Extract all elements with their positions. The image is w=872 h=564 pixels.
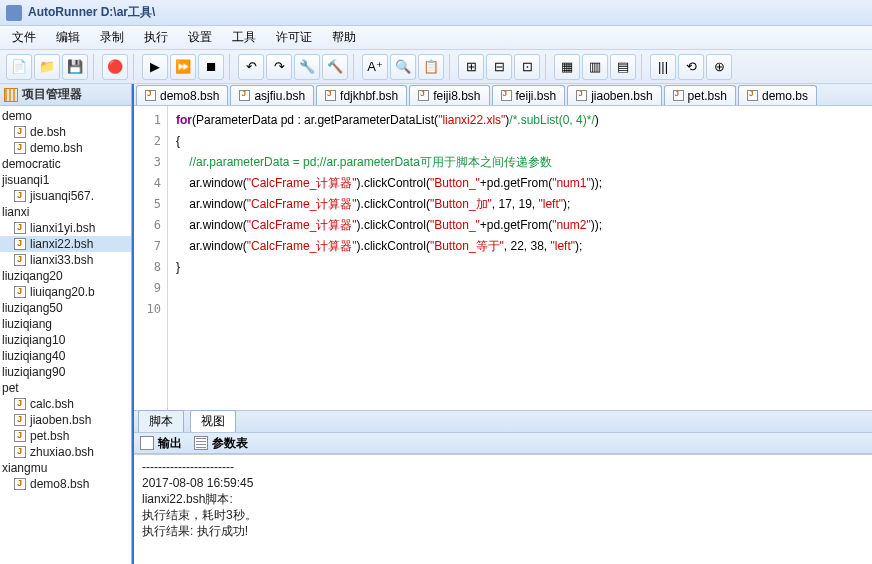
editor-tab-3[interactable]: feiji8.bsh [409, 85, 489, 105]
tree-item-17[interactable]: pet [0, 380, 131, 396]
file-icon [14, 238, 26, 250]
tree-item-13[interactable]: liuziqiang [0, 316, 131, 332]
tree-item-22[interactable]: xiangmu [0, 460, 131, 476]
editor-tab-5[interactable]: jiaoben.bsh [567, 85, 661, 105]
tree-label: liuziqiang [2, 317, 52, 331]
menu-7[interactable]: 帮助 [324, 27, 364, 48]
file-icon [747, 90, 758, 101]
editor-tab-2[interactable]: fdjkhbf.bsh [316, 85, 407, 105]
editor-bottom-tabs: 脚本 视图 [134, 410, 872, 432]
toolbar-btn-12[interactable]: 🔧 [294, 54, 320, 80]
toolbar-separator [93, 54, 97, 80]
tree-label: demo8.bsh [30, 477, 89, 491]
toolbar-btn-19[interactable]: ⊞ [458, 54, 484, 80]
tree-item-5[interactable]: jisuanqi567. [0, 188, 131, 204]
file-icon [14, 414, 26, 426]
tree-label: xiangmu [2, 461, 47, 475]
tree-item-6[interactable]: lianxi [0, 204, 131, 220]
toolbar-btn-17[interactable]: 📋 [418, 54, 444, 80]
toolbar-btn-11[interactable]: ↷ [266, 54, 292, 80]
tree-item-3[interactable]: democratic [0, 156, 131, 172]
output-icon [140, 436, 154, 450]
toolbar-btn-23[interactable]: ▦ [554, 54, 580, 80]
toolbar-btn-20[interactable]: ⊟ [486, 54, 512, 80]
tree-label: liuziqang20 [2, 269, 63, 283]
toolbar-btn-28[interactable]: ⟲ [678, 54, 704, 80]
file-icon [145, 90, 156, 101]
menu-1[interactable]: 编辑 [48, 27, 88, 48]
tree-label: lianxi1yi.bsh [30, 221, 95, 235]
toolbar-btn-15[interactable]: A⁺ [362, 54, 388, 80]
tree-item-7[interactable]: lianxi1yi.bsh [0, 220, 131, 236]
tree-item-0[interactable]: demo [0, 108, 131, 124]
editor-tab-7[interactable]: demo.bs [738, 85, 817, 105]
toolbar-btn-1[interactable]: 📁 [34, 54, 60, 80]
toolbar-btn-25[interactable]: ▤ [610, 54, 636, 80]
editor-tab-4[interactable]: feiji.bsh [492, 85, 566, 105]
tree-label: liuziqang50 [2, 301, 63, 315]
tree-item-19[interactable]: jiaoben.bsh [0, 412, 131, 428]
toolbar-btn-4[interactable]: 🔴 [102, 54, 128, 80]
toolbar-btn-10[interactable]: ↶ [238, 54, 264, 80]
toolbar-btn-8[interactable]: ⏹ [198, 54, 224, 80]
menu-3[interactable]: 执行 [136, 27, 176, 48]
menu-0[interactable]: 文件 [4, 27, 44, 48]
tree-label: liuziqiang10 [2, 333, 65, 347]
toolbar-btn-29[interactable]: ⊕ [706, 54, 732, 80]
menu-6[interactable]: 许可证 [268, 27, 320, 48]
output-console[interactable]: -----------------------2017-08-08 16:59:… [134, 454, 872, 564]
editor-tab-1[interactable]: asjfiu.bsh [230, 85, 314, 105]
tab-output[interactable]: 输出 [140, 435, 182, 452]
menu-bar: 文件编辑录制执行设置工具许可证帮助 [0, 26, 872, 50]
file-icon [325, 90, 336, 101]
tree-label: lianxi [2, 205, 29, 219]
editor-tab-6[interactable]: pet.bsh [664, 85, 736, 105]
tab-view[interactable]: 视图 [190, 410, 236, 433]
tree-label: democratic [2, 157, 61, 171]
tree-item-23[interactable]: demo8.bsh [0, 476, 131, 492]
tree-item-12[interactable]: liuziqang50 [0, 300, 131, 316]
toolbar-btn-0[interactable]: 📄 [6, 54, 32, 80]
toolbar-btn-6[interactable]: ▶ [142, 54, 168, 80]
file-icon [14, 286, 26, 298]
tree-label: liuziqiang40 [2, 349, 65, 363]
tree-item-4[interactable]: jisuanqi1 [0, 172, 131, 188]
tree-item-11[interactable]: liuiqang20.b [0, 284, 131, 300]
toolbar-btn-21[interactable]: ⊡ [514, 54, 540, 80]
tree-label: de.bsh [30, 125, 66, 139]
menu-4[interactable]: 设置 [180, 27, 220, 48]
project-tree[interactable]: demode.bshdemo.bshdemocraticjisuanqi1jis… [0, 106, 131, 564]
toolbar-btn-7[interactable]: ⏩ [170, 54, 196, 80]
tab-params[interactable]: 参数表 [194, 435, 248, 452]
tree-item-15[interactable]: liuziqiang40 [0, 348, 131, 364]
tree-label: calc.bsh [30, 397, 74, 411]
tree-label: zhuxiao.bsh [30, 445, 94, 459]
toolbar-btn-27[interactable]: ||| [650, 54, 676, 80]
tree-item-10[interactable]: liuziqang20 [0, 268, 131, 284]
tree-item-9[interactable]: lianxi33.bsh [0, 252, 131, 268]
toolbar-btn-2[interactable]: 💾 [62, 54, 88, 80]
toolbar-separator [353, 54, 357, 80]
code-area[interactable]: for(ParameterData pd : ar.getParameterDa… [168, 106, 872, 410]
tree-item-14[interactable]: liuziqiang10 [0, 332, 131, 348]
toolbar-btn-24[interactable]: ▥ [582, 54, 608, 80]
sidebar-title: 项目管理器 [22, 86, 82, 103]
editor-tabs: demo8.bshasjfiu.bshfdjkhbf.bshfeiji8.bsh… [134, 84, 872, 106]
file-icon [14, 478, 26, 490]
menu-2[interactable]: 录制 [92, 27, 132, 48]
tree-item-2[interactable]: demo.bsh [0, 140, 131, 156]
editor-tab-0[interactable]: demo8.bsh [136, 85, 228, 105]
tree-item-21[interactable]: zhuxiao.bsh [0, 444, 131, 460]
toolbar-btn-16[interactable]: 🔍 [390, 54, 416, 80]
tab-script[interactable]: 脚本 [138, 410, 184, 433]
code-editor[interactable]: 12345678910 for(ParameterData pd : ar.ge… [134, 106, 872, 410]
tree-label: liuziqiang90 [2, 365, 65, 379]
tree-item-16[interactable]: liuziqiang90 [0, 364, 131, 380]
menu-5[interactable]: 工具 [224, 27, 264, 48]
tree-item-1[interactable]: de.bsh [0, 124, 131, 140]
tree-item-18[interactable]: calc.bsh [0, 396, 131, 412]
tree-item-8[interactable]: lianxi22.bsh [0, 236, 131, 252]
tree-item-20[interactable]: pet.bsh [0, 428, 131, 444]
toolbar-btn-13[interactable]: 🔨 [322, 54, 348, 80]
tree-label: lianxi22.bsh [30, 237, 93, 251]
